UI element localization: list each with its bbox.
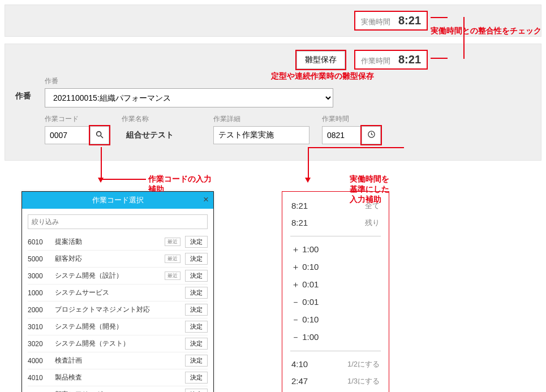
decide-button[interactable]: 決定	[185, 270, 208, 282]
annotation-time-assist: 実働時間を基準にした入力補助	[350, 174, 389, 205]
code-row-name: システムサービス	[55, 288, 180, 298]
code-row-name: プロジェクトマネジメント対応	[55, 305, 180, 315]
time-option-value: 8:21	[291, 218, 308, 228]
code-row-name: 顧客対応	[55, 254, 160, 264]
time-option[interactable]: 4:101/2にする	[290, 356, 381, 373]
time-option[interactable]: － 0:10	[290, 311, 381, 329]
time-field-label: 作業時間	[322, 114, 381, 124]
time-option-value: ＋ 1:00	[291, 244, 319, 255]
code-row[interactable]: 3010システム開発（開発）決定	[28, 318, 208, 335]
decide-button[interactable]: 決定	[185, 372, 208, 384]
decide-button[interactable]: 決定	[185, 321, 208, 333]
search-icon	[95, 130, 104, 141]
time-option-value: 8:21	[291, 201, 308, 211]
annotation-consistency: 実働時間との整合性をチェック	[431, 26, 541, 36]
code-row[interactable]: 1000システムサービス決定	[28, 285, 208, 301]
time-option-tag: 1/2にする	[347, 359, 380, 369]
code-row-code: 2000	[28, 306, 50, 314]
code-row-code: 3020	[28, 340, 50, 348]
code-row-code: 5000	[28, 255, 50, 263]
time-option[interactable]: － 1:00	[290, 329, 381, 346]
time-option-value: ＋ 0:01	[291, 279, 319, 290]
code-row-name: 顧客ヒアリング	[55, 390, 180, 392]
time-option-value: － 0:10	[291, 315, 319, 325]
code-row[interactable]: 6010提案活動最近決定	[28, 234, 208, 251]
decide-button[interactable]: 決定	[185, 389, 208, 392]
recent-badge: 最近	[165, 255, 180, 263]
code-row-name: 製品検査	[55, 373, 180, 382]
work-time-box: 作業時間 8:21	[354, 50, 428, 70]
code-row[interactable]: 3000システム開発（設計）最近決定	[28, 268, 208, 285]
code-row-name: システム開発（テスト）	[55, 339, 180, 348]
time-option[interactable]: － 0:01	[290, 294, 381, 311]
code-row-name: システム開発（開発）	[55, 322, 180, 331]
detail-label: 作業詳細	[213, 114, 309, 124]
time-option-value: － 1:00	[291, 332, 319, 343]
code-row-code: 3000	[28, 272, 50, 280]
name-value: 組合せテスト	[122, 126, 201, 144]
time-option[interactable]: ＋ 0:01	[290, 276, 381, 294]
recent-badge: 最近	[165, 238, 180, 246]
code-input[interactable]	[45, 126, 90, 144]
code-row[interactable]: 6000顧客ヒアリング決定	[28, 386, 208, 392]
decide-button[interactable]: 決定	[185, 355, 208, 367]
decide-button[interactable]: 決定	[185, 338, 208, 350]
code-row-name: システム開発（設計）	[55, 271, 160, 281]
time-option[interactable]: 2:471/3にする	[290, 373, 381, 390]
annotation-template-save: 定型や連続作業時の雛型保存	[271, 71, 374, 81]
code-row[interactable]: 2000プロジェクトマネジメント対応決定	[28, 301, 208, 318]
code-popup-title: 作業コード選択 ×	[22, 192, 213, 209]
time-option[interactable]: ＋ 1:00	[290, 241, 381, 259]
code-row-code: 3010	[28, 323, 50, 331]
decide-button[interactable]: 決定	[185, 304, 208, 316]
actual-time-label: 実働時間	[361, 17, 390, 27]
work-time-value: 8:21	[398, 53, 421, 66]
code-select-popup: 作業コード選択 × 6010提案活動最近決定5000顧客対応最近決定3000シス…	[22, 191, 214, 392]
time-option[interactable]: 8:21残り	[290, 214, 381, 231]
code-row[interactable]: 3020システム開発（テスト）決定	[28, 335, 208, 352]
code-row-code: 6010	[28, 238, 50, 246]
code-row-code: 4000	[28, 357, 50, 365]
svg-point-0	[97, 131, 101, 136]
time-option-value: ＋ 0:10	[291, 262, 319, 273]
actual-time-value: 8:21	[398, 14, 421, 27]
code-search-button[interactable]	[90, 126, 109, 144]
work-time-label: 作業時間	[361, 56, 390, 66]
close-icon[interactable]: ×	[203, 194, 209, 205]
name-label: 作業名称	[122, 114, 201, 124]
code-filter-input[interactable]	[28, 214, 208, 229]
code-label: 作業コード	[45, 114, 109, 124]
code-row-name: 提案活動	[55, 237, 160, 247]
decide-button[interactable]: 決定	[185, 287, 208, 299]
time-input[interactable]	[322, 126, 362, 144]
code-row-code: 1000	[28, 289, 50, 297]
decide-button[interactable]: 決定	[185, 253, 208, 265]
code-row-name: 検査計画	[55, 356, 180, 365]
section-title: 作番	[15, 76, 31, 101]
decide-button[interactable]: 決定	[185, 236, 208, 248]
time-option-value: － 0:01	[291, 297, 319, 308]
code-row[interactable]: 5000顧客対応最近決定	[28, 251, 208, 268]
time-option-value: 2:47	[291, 376, 308, 386]
time-option-value: 4:10	[291, 359, 308, 369]
time-helper-button[interactable]	[362, 126, 381, 144]
actual-time-box: 実働時間 8:21	[354, 11, 428, 31]
clock-icon	[367, 130, 376, 140]
time-option[interactable]: ＋ 0:10	[290, 259, 381, 276]
code-row-code: 4010	[28, 374, 50, 382]
svg-line-1	[101, 136, 103, 138]
code-row[interactable]: 4000検査計画決定	[28, 352, 208, 369]
template-save-button[interactable]: 雛型保存	[296, 51, 345, 69]
time-option-tag: 1/3にする	[347, 376, 380, 386]
project-select[interactable]: 2021100015:組織パフォーマンス	[45, 88, 333, 107]
detail-input[interactable]	[213, 126, 309, 144]
recent-badge: 最近	[165, 272, 180, 280]
code-row[interactable]: 4010製品検査決定	[28, 369, 208, 386]
time-option-tag: 残り	[365, 218, 380, 228]
time-helper-popup: 8:21全て8:21残り ＋ 1:00＋ 0:10＋ 0:01－ 0:01－ 0…	[282, 191, 389, 392]
